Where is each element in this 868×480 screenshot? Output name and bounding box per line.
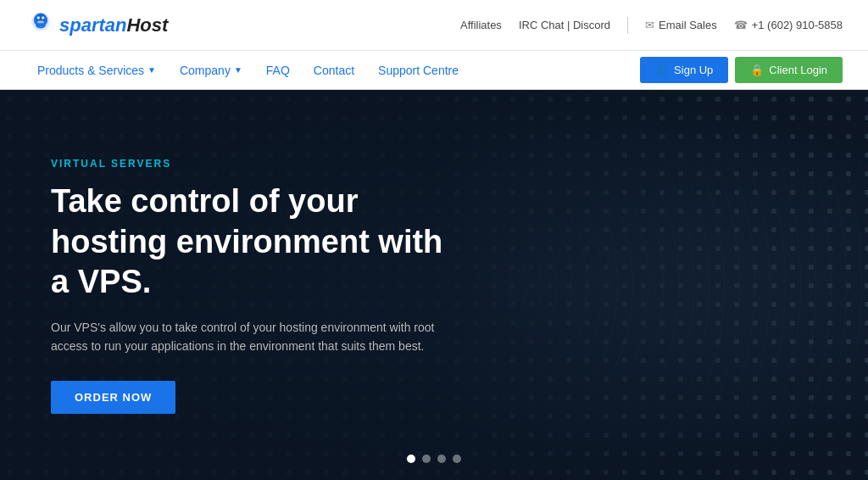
affiliates-link[interactable]: Affiliates [460, 19, 502, 31]
nav-buttons: 👤 Sign Up 🔒 Client Login [640, 57, 843, 83]
logo-text: spartanHost [59, 14, 168, 36]
email-link[interactable]: Email Sales [659, 19, 717, 31]
hero-content: VIRTUAL SERVERS Take control of your hos… [0, 90, 509, 480]
carousel-dot-2[interactable] [422, 455, 431, 463]
svg-point-3 [37, 16, 41, 20]
divider [627, 17, 628, 34]
phone-icon: ☎ [734, 19, 748, 31]
signup-button[interactable]: 👤 Sign Up [640, 57, 728, 83]
email-link-wrapper: ✉ Email Sales [645, 19, 717, 31]
send-icon: ✉ [645, 19, 654, 31]
nav-company[interactable]: Company ▼ [168, 51, 254, 90]
phone-link[interactable]: +1 (602) 910-5858 [752, 19, 843, 31]
order-now-button[interactable]: ORDER NOW [51, 381, 175, 414]
svg-rect-5 [37, 20, 43, 23]
carousel-dot-3[interactable] [437, 455, 446, 463]
chevron-down-icon: ▼ [147, 51, 156, 90]
nav-bar: Products & Services ▼ Company ▼ FAQ Cont… [0, 51, 868, 90]
nav-contact[interactable]: Contact [302, 51, 366, 90]
carousel-dot-4[interactable] [453, 455, 461, 463]
hero-section: VIRTUAL SERVERS Take control of your hos… [0, 90, 868, 480]
top-links: Affiliates IRC Chat | Discord ✉ Email Sa… [460, 17, 843, 34]
top-bar: spartanHost Affiliates IRC Chat | Discor… [0, 0, 868, 51]
hero-description: Our VPS's allow you to take control of y… [51, 318, 458, 356]
carousel-dot-1[interactable] [407, 455, 415, 463]
user-icon: 👤 [655, 64, 669, 76]
logo-icon [25, 10, 56, 41]
carousel-indicators [407, 455, 461, 463]
hero-category: VIRTUAL SERVERS [51, 158, 458, 170]
irc-link[interactable]: IRC Chat | Discord [519, 19, 610, 31]
nav-faq[interactable]: FAQ [254, 51, 302, 90]
logo: spartanHost [25, 10, 168, 41]
lock-icon: 🔒 [750, 64, 764, 76]
nav-products[interactable]: Products & Services ▼ [25, 51, 168, 90]
nav-support[interactable]: Support Centre [366, 51, 470, 90]
hero-title: Take control of your hosting environment… [51, 181, 458, 303]
chevron-down-icon: ▼ [234, 51, 242, 90]
nav-links: Products & Services ▼ Company ▼ FAQ Cont… [25, 51, 470, 90]
phone-link-wrapper: ☎ +1 (602) 910-5858 [734, 19, 843, 31]
svg-point-4 [42, 16, 45, 20]
login-button[interactable]: 🔒 Client Login [735, 57, 843, 83]
